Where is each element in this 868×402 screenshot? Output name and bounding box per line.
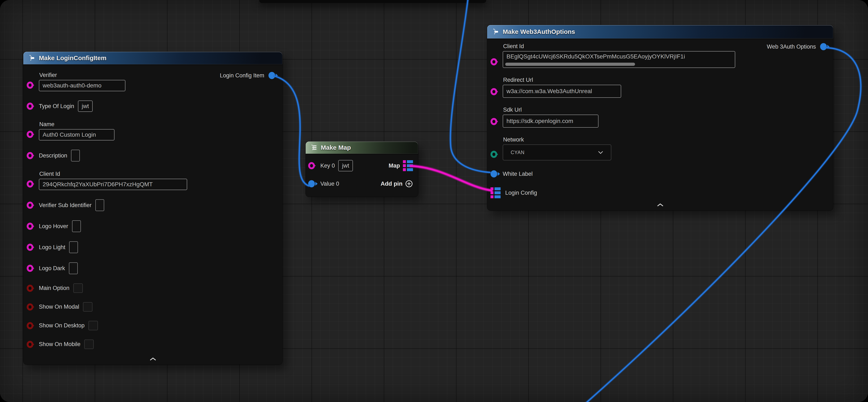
add-pin-label: Add pin (381, 180, 402, 187)
collapse-node-button[interactable] (149, 357, 157, 361)
description-input[interactable] (71, 150, 80, 162)
pin-value0[interactable] (308, 180, 315, 187)
show-on-mobile-checkbox[interactable] (84, 340, 94, 349)
pin-show-on-mobile[interactable] (27, 341, 33, 348)
show-on-desktop-checkbox[interactable] (88, 321, 98, 330)
logo-hover-input[interactable] (72, 220, 81, 232)
collapse-node-button[interactable] (656, 203, 665, 207)
pin-row-logo-dark: Logo Dark (27, 262, 277, 274)
pin-login-config[interactable] (491, 187, 501, 198)
pin-row-sdk-url: Sdk Url https://sdk.openlogin.com (491, 107, 827, 127)
pin-row-main-option: Main Option (27, 283, 277, 293)
network-dropdown-value: CYAN (511, 150, 525, 155)
pin-row-client-id: Client Id 294QRkchfq2YaXUbPri7D6PH7xzHgQ… (27, 171, 277, 190)
pin-label: Show On Desktop (39, 322, 85, 329)
node-title: Make Map (321, 144, 351, 151)
type-of-login-input[interactable]: jwt (78, 100, 93, 112)
pin-label: Network (503, 137, 611, 143)
make-struct-icon (28, 54, 36, 62)
pin-label: Redirect Url (503, 77, 621, 83)
pin-name[interactable] (27, 131, 33, 138)
network-dropdown[interactable]: CYAN (503, 144, 611, 161)
node-make-loginconfigitem[interactable]: Make LoginConfigItem Login Config Item V… (23, 52, 282, 365)
logo-dark-input[interactable] (69, 262, 78, 274)
output-pin-label: Login Config Item (220, 72, 264, 79)
pin-network[interactable] (491, 151, 497, 158)
sdk-url-input[interactable]: https://sdk.openlogin.com (503, 115, 598, 127)
main-option-checkbox[interactable] (73, 283, 83, 293)
logo-light-input[interactable] (69, 241, 78, 253)
pin-label: Name (39, 121, 115, 127)
pin-row-show-on-mobile: Show On Mobile (27, 340, 277, 349)
pin-label: Login Config (505, 190, 537, 196)
pin-label: Client Id (39, 171, 187, 177)
output-row-web3auth-options: Web 3Auth Options (767, 43, 827, 50)
pin-client-id[interactable] (491, 58, 497, 65)
pin-main-option[interactable] (27, 285, 33, 292)
node-header[interactable]: Make Map (306, 142, 418, 154)
pin-label: Show On Mobile (39, 341, 81, 348)
client-id-input[interactable]: 294QRkchfq2YaXUbPri7D6PH7xzHgQMT (39, 179, 187, 190)
pin-logo-hover[interactable] (27, 223, 33, 230)
node-header[interactable]: Make LoginConfigItem (23, 52, 282, 64)
pin-client-id[interactable] (27, 180, 33, 188)
verifier-input[interactable]: web3auth-auth0-demo (39, 80, 125, 91)
pin-logo-light[interactable] (27, 244, 33, 251)
output-pin-login-config-item[interactable] (269, 72, 275, 79)
node-title: Make Web3AuthOptions (503, 28, 575, 35)
client-id-input[interactable]: BEglQSgt4cUWcj6SKRdu5QkOXTsePmMcusG5EAoy… (503, 51, 735, 68)
pin-label: Logo Light (39, 244, 65, 251)
pin-label: Value 0 (320, 181, 339, 187)
pin-row-login-config: Login Config (491, 187, 827, 198)
pin-key0[interactable] (308, 162, 315, 169)
pin-label: Sdk Url (503, 107, 598, 113)
blueprint-graph-canvas[interactable]: Make LoginConfigItem Login Config Item V… (0, 0, 868, 402)
output-pin-map[interactable] (403, 160, 413, 171)
pin-verifier-sub-identifier[interactable] (27, 202, 33, 209)
pin-row-redirect-url: Redirect Url w3a://com.w3a.Web3AuthUnrea… (491, 77, 827, 98)
show-on-modal-checkbox[interactable] (83, 302, 92, 312)
output-row-login-config-item: Login Config Item (220, 72, 275, 79)
node-make-web3authoptions[interactable]: Make Web3AuthOptions Web 3Auth Options C… (487, 25, 833, 210)
add-pin-button[interactable] (405, 180, 413, 188)
pin-label: Key 0 (320, 163, 335, 169)
make-struct-icon (491, 28, 500, 36)
pin-type-of-login[interactable] (27, 103, 33, 110)
pin-row-logo-hover: Logo Hover (27, 220, 277, 232)
redirect-url-input[interactable]: w3a://com.w3a.Web3AuthUnreal (503, 85, 621, 98)
pin-description[interactable] (27, 152, 33, 159)
pin-label: Client Id (503, 43, 735, 50)
pin-label: Logo Hover (39, 223, 68, 230)
pin-label: Main Option (39, 285, 69, 291)
wire-map-to-login-config[interactable] (411, 166, 492, 191)
pin-row-value0: Value 0 Add pin (308, 180, 413, 188)
output-pin-web3auth-options[interactable] (820, 43, 827, 50)
verifier-sub-identifier-input[interactable] (95, 199, 104, 211)
output-pin-label: Web 3Auth Options (767, 44, 816, 50)
pin-sdk-url[interactable] (491, 118, 497, 125)
pin-show-on-desktop[interactable] (27, 322, 33, 329)
pin-white-label[interactable] (491, 170, 497, 177)
offscreen-node-stub[interactable] (259, 0, 486, 3)
pin-row-white-label: White Label (491, 169, 827, 178)
pin-row-verifier-sub-identifier: Verifier Sub Identifier (27, 199, 277, 211)
pin-row-logo-light: Logo Light (27, 241, 277, 253)
wire-offscreen-to-white-label[interactable] (451, 0, 490, 172)
name-input[interactable]: Auth0 Custom Login (39, 129, 115, 140)
node-title: Make LoginConfigItem (39, 54, 106, 62)
pin-row-show-on-modal: Show On Modal (27, 302, 277, 312)
pin-label: Description (39, 152, 67, 159)
pin-label: Verifier Sub Identifier (39, 202, 92, 208)
pin-verifier[interactable] (27, 82, 33, 89)
pin-redirect-url[interactable] (491, 88, 497, 95)
key0-input[interactable]: jwt (338, 160, 353, 171)
node-header[interactable]: Make Web3AuthOptions (487, 25, 833, 38)
node-make-map[interactable]: Make Map Key 0 jwt Map Value 0 (306, 142, 418, 197)
pin-logo-dark[interactable] (27, 265, 33, 272)
pin-label: Logo Dark (39, 265, 65, 271)
horizontal-scrollbar[interactable] (505, 63, 635, 66)
pin-label: White Label (503, 171, 533, 177)
pin-show-on-modal[interactable] (27, 304, 33, 311)
pin-row-name: Name Auth0 Custom Login (27, 121, 277, 140)
pin-row-network: Network CYAN (491, 137, 827, 161)
